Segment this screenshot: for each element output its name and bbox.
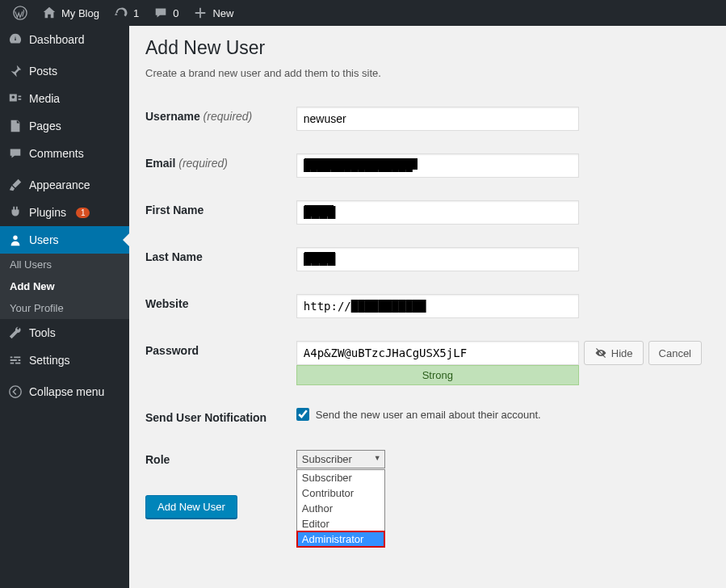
new-content-menu[interactable]: New — [187, 0, 240, 26]
comments-count: 0 — [173, 7, 178, 19]
website-label: Website — [145, 283, 296, 330]
wordpress-icon — [13, 6, 27, 20]
page-title: Add New User — [145, 37, 710, 59]
main-content: Add New User Create a brand new user and… — [129, 26, 726, 588]
required-badge: (required) — [204, 110, 253, 123]
notification-checkbox[interactable] — [296, 408, 309, 421]
updates-menu[interactable]: 1 — [107, 0, 145, 26]
username-label: Username — [145, 110, 200, 123]
user-icon — [8, 233, 23, 247]
page-subtitle: Create a brand new user and add them to … — [145, 67, 710, 79]
first-name-input[interactable] — [296, 200, 579, 225]
plugins-badge: 1 — [76, 208, 90, 218]
submenu-all-users[interactable]: All Users — [0, 254, 129, 275]
sidebar-item-plugins[interactable]: Plugins 1 — [0, 199, 129, 226]
role-option-contributor[interactable]: Contributor — [297, 485, 384, 501]
sidebar-item-posts[interactable]: Posts — [0, 57, 129, 85]
notification-text: Send the new user an email about their a… — [316, 409, 541, 421]
password-label: Password — [145, 330, 296, 397]
required-badge: (required) — [178, 157, 228, 170]
dashboard-icon — [8, 32, 23, 47]
submenu-your-profile[interactable]: Your Profile — [0, 297, 129, 319]
home-icon — [42, 6, 57, 20]
add-new-user-button[interactable]: Add New User — [145, 495, 237, 519]
sidebar-item-comments[interactable]: Comments — [0, 140, 129, 167]
collapse-menu[interactable]: Collapse menu — [0, 378, 129, 405]
new-label: New — [212, 7, 233, 19]
role-option-subscriber[interactable]: Subscriber — [297, 470, 384, 485]
sidebar-label: Media — [29, 92, 60, 105]
role-option-administrator[interactable]: Administrator — [297, 531, 384, 547]
brush-icon — [8, 178, 23, 192]
user-form: Username (required) Email (required) Fir… — [145, 95, 710, 481]
comments-menu[interactable]: 0 — [147, 0, 185, 26]
users-submenu: All Users Add New Your Profile — [0, 254, 129, 319]
wrench-icon — [8, 326, 23, 340]
collapse-icon — [8, 384, 23, 399]
email-label: Email — [145, 157, 175, 170]
sidebar-item-tools[interactable]: Tools — [0, 319, 129, 346]
svg-point-2 — [10, 386, 21, 397]
wp-logo-menu[interactable] — [6, 0, 34, 26]
hide-password-button[interactable]: Hide — [584, 341, 644, 365]
submenu-add-new[interactable]: Add New — [0, 275, 129, 297]
username-input[interactable] — [296, 107, 579, 131]
sliders-icon — [8, 353, 23, 368]
role-option-author[interactable]: Author — [297, 501, 384, 516]
pages-icon — [8, 119, 23, 133]
admin-sidebar: Dashboard Posts Media Pages Comments App… — [0, 26, 129, 588]
collapse-label: Collapse menu — [29, 385, 104, 398]
sidebar-item-dashboard[interactable]: Dashboard — [0, 26, 129, 53]
media-icon — [8, 91, 23, 106]
role-label: Role — [145, 439, 296, 481]
sidebar-item-appearance[interactable]: Appearance — [0, 171, 129, 199]
last-name-input[interactable] — [296, 247, 579, 271]
first-name-label: First Name — [145, 189, 296, 236]
role-select[interactable]: Subscriber — [296, 450, 385, 468]
refresh-icon — [114, 6, 128, 20]
site-name-menu[interactable]: My Blog — [36, 0, 106, 26]
password-input[interactable] — [296, 341, 579, 365]
admin-toolbar: My Blog 1 0 New — [0, 0, 726, 26]
sidebar-label: Comments — [29, 147, 84, 160]
plus-icon — [193, 6, 208, 20]
role-option-editor[interactable]: Editor — [297, 516, 384, 531]
role-dropdown: Subscriber Contributor Author Editor Adm… — [296, 469, 385, 548]
sidebar-item-media[interactable]: Media — [0, 85, 129, 112]
updates-count: 1 — [133, 7, 139, 19]
comment-icon — [8, 146, 23, 161]
website-input[interactable] — [296, 294, 579, 318]
last-name-label: Last Name — [145, 236, 296, 283]
password-strength: Strong — [296, 365, 579, 385]
sidebar-item-users[interactable]: Users — [0, 226, 129, 254]
sidebar-label: Dashboard — [29, 33, 85, 46]
sidebar-label: Tools — [29, 326, 56, 339]
sidebar-label: Appearance — [29, 178, 90, 191]
sidebar-label: Plugins — [29, 206, 66, 219]
svg-point-1 — [13, 236, 17, 240]
sidebar-item-settings[interactable]: Settings — [0, 346, 129, 374]
pin-icon — [8, 64, 23, 78]
eye-icon — [594, 346, 607, 359]
sidebar-label: Users — [29, 233, 59, 246]
plug-icon — [8, 205, 23, 220]
site-name: My Blog — [61, 7, 99, 19]
sidebar-item-pages[interactable]: Pages — [0, 112, 129, 140]
notification-label: Send User Notification — [145, 397, 296, 439]
sidebar-label: Settings — [29, 354, 70, 367]
cancel-password-button[interactable]: Cancel — [648, 341, 702, 365]
comment-icon — [153, 6, 168, 20]
sidebar-label: Pages — [29, 120, 61, 132]
sidebar-label: Posts — [29, 65, 57, 78]
